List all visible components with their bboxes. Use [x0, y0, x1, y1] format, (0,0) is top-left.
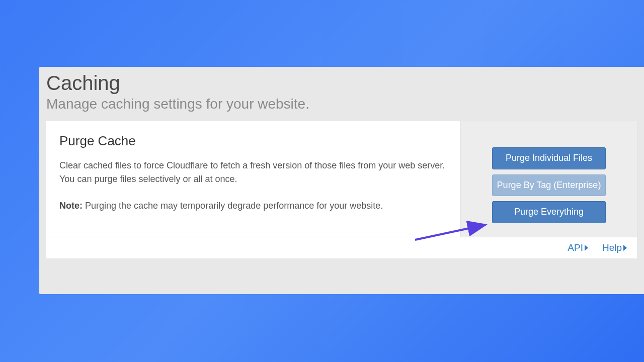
api-link[interactable]: API: [568, 242, 588, 253]
purge-individual-files-button[interactable]: Purge Individual Files: [492, 147, 606, 169]
purge-cache-card: Purge Cache Clear cached files to force …: [46, 121, 637, 237]
chevron-right-icon: [585, 245, 588, 251]
note-text: Purging the cache may temporarily degrad…: [83, 201, 383, 211]
chevron-right-icon: [623, 245, 627, 251]
card-description-panel: Purge Cache Clear cached files to force …: [46, 121, 461, 237]
card-actions-panel: Purge Individual Files Purge By Tag (Ent…: [461, 121, 637, 237]
note-label: Note:: [59, 201, 83, 211]
help-link[interactable]: Help: [602, 242, 627, 253]
help-link-label: Help: [602, 242, 622, 253]
page-title: Caching: [46, 72, 637, 94]
card-description-text: Clear cached files to force Cloudflare t…: [59, 159, 447, 186]
card-heading: Purge Cache: [59, 133, 447, 149]
api-link-label: API: [568, 242, 583, 253]
purge-by-tag-button[interactable]: Purge By Tag (Enterprise): [492, 174, 606, 197]
purge-everything-button[interactable]: Purge Everything: [492, 201, 606, 223]
page-subtitle: Manage caching settings for your website…: [46, 96, 637, 112]
settings-page: Caching Manage caching settings for your…: [39, 67, 644, 294]
page-header: Caching Manage caching settings for your…: [39, 67, 644, 121]
card-note: Note: Purging the cache may temporarily …: [59, 199, 447, 213]
card-footer: API Help: [46, 237, 637, 258]
